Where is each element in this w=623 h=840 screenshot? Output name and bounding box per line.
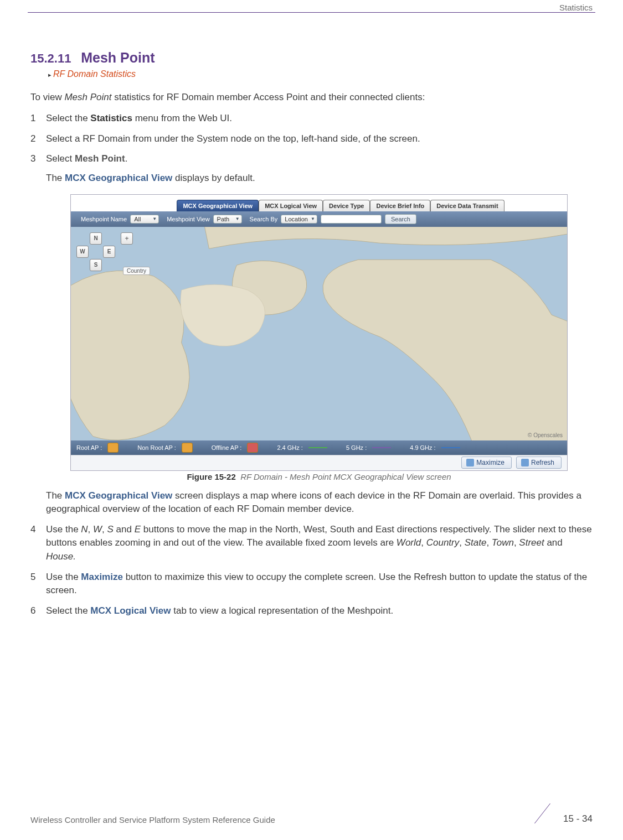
pan-south-button[interactable]: S xyxy=(90,259,102,271)
step: 6Select the MCX Logical View tab to view… xyxy=(30,604,593,618)
zoom-level-label[interactable]: Country xyxy=(123,267,150,275)
steps-list: 1Select the Statistics menu from the Web… xyxy=(30,112,593,185)
header-section: Statistics xyxy=(559,3,593,12)
maximize-icon xyxy=(466,459,474,466)
line-5ghz-icon xyxy=(372,447,391,448)
map-attribution: © Openscales xyxy=(528,432,563,438)
tab-device-data-transmit[interactable]: Device Data Transmit xyxy=(430,200,504,211)
meshpoint-name-label: Meshpoint Name xyxy=(81,216,127,222)
meshpoint-name-dropdown[interactable]: All xyxy=(130,215,159,224)
page-number: 15 - 34 xyxy=(563,813,593,825)
breadcrumb[interactable]: RF Domain Statistics xyxy=(48,69,593,79)
figure-screenshot: MCX Geographical ViewMCX Logical ViewDev… xyxy=(70,194,568,471)
pan-west-button[interactable]: W xyxy=(76,246,89,258)
tabs-row: MCX Geographical ViewMCX Logical ViewDev… xyxy=(71,195,567,211)
legend-24ghz-label: 2.4 GHz : xyxy=(277,444,302,451)
tab-mcx-logical-view[interactable]: MCX Logical View xyxy=(259,200,323,211)
legend-bar: Root AP : Non Root AP : Offline AP : 2.4… xyxy=(71,440,567,455)
nonroot-ap-icon xyxy=(182,443,193,453)
meshpoint-view-dropdown[interactable]: Path xyxy=(213,215,242,224)
step: 2Select a RF Domain from under the Syste… xyxy=(30,132,593,146)
map-area[interactable]: N W E S + Country © Openscales xyxy=(71,227,567,440)
section-number: 15.2.11 xyxy=(30,51,71,65)
legend-nonroot-ap-label: Non Root AP : xyxy=(137,444,176,451)
section-title: Mesh Point xyxy=(81,50,155,65)
map-nav-controls: N W E S + xyxy=(76,232,133,271)
refresh-button[interactable]: Refresh xyxy=(516,457,562,469)
intro-text: To view Mesh Point statistics for RF Dom… xyxy=(30,91,593,104)
meshpoint-view-label: Meshpoint View xyxy=(167,216,209,222)
search-button[interactable]: Search xyxy=(385,214,416,224)
search-input[interactable] xyxy=(321,215,382,224)
legend-5ghz-label: 5 GHz : xyxy=(346,444,367,451)
toolbar: Meshpoint Name All Meshpoint View Path S… xyxy=(71,211,567,227)
pan-east-button[interactable]: E xyxy=(103,246,115,258)
searchby-label: Search By xyxy=(250,216,278,222)
tab-device-brief-info[interactable]: Device Brief Info xyxy=(370,200,430,211)
pan-north-button[interactable]: N xyxy=(90,232,102,245)
line-49ghz-icon xyxy=(441,447,460,448)
figure-button-bar: Maximize Refresh xyxy=(71,455,567,470)
tab-mcx-geographical-view[interactable]: MCX Geographical View xyxy=(177,200,259,211)
step: 5Use the Maximize button to maximize thi… xyxy=(30,571,593,598)
figure-caption: Figure 15-22 RF Domain - Mesh Point MCX … xyxy=(70,472,568,481)
zoom-in-button[interactable]: + xyxy=(121,232,133,245)
offline-ap-icon xyxy=(247,443,258,453)
legend-49ghz-label: 4.9 GHz : xyxy=(410,444,435,451)
step: 1Select the Statistics menu from the Web… xyxy=(30,112,593,126)
maximize-button[interactable]: Maximize xyxy=(461,457,512,469)
legend-offline-ap-label: Offline AP : xyxy=(212,444,242,451)
footer-title: Wireless Controller and Service Platform… xyxy=(30,815,275,825)
substep: The MCX Geographical View screen display… xyxy=(46,489,593,516)
step: 4Use the N, W, S and E buttons to move t… xyxy=(30,523,593,564)
tab-device-type[interactable]: Device Type xyxy=(323,200,370,211)
post-steps: The MCX Geographical View screen display… xyxy=(30,489,593,618)
line-24ghz-icon xyxy=(308,447,327,448)
section-heading: 15.2.11 Mesh Point xyxy=(30,50,593,66)
header-rule xyxy=(28,12,595,13)
legend-root-ap-label: Root AP : xyxy=(76,444,102,451)
step: 3Select Mesh Point. xyxy=(30,152,593,166)
searchby-dropdown[interactable]: Location xyxy=(281,215,317,224)
root-ap-icon xyxy=(107,443,119,453)
refresh-icon xyxy=(521,459,529,466)
page-footer: Wireless Controller and Service Platform… xyxy=(30,803,593,825)
substep: The MCX Geographical View displays by de… xyxy=(46,172,593,185)
